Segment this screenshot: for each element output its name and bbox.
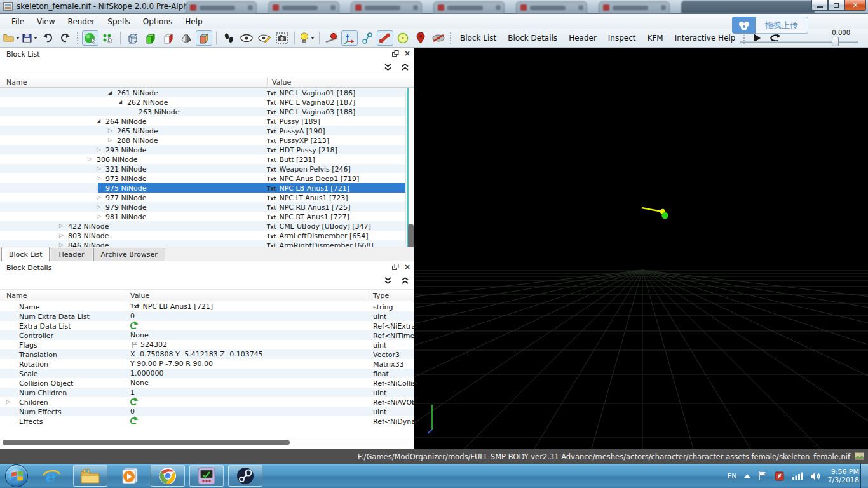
details-row[interactable]: Num Children1uint — [0, 388, 414, 397]
show-nodes-button[interactable] — [359, 30, 376, 46]
maximize-button[interactable] — [828, 0, 844, 11]
tree-row[interactable]: 263 NiNodeTxtNPC L Vagina03 [188] — [0, 107, 405, 116]
detail-value[interactable] — [130, 398, 137, 406]
show-axes-button[interactable] — [341, 30, 358, 46]
volume-icon[interactable] — [810, 471, 821, 481]
detail-value[interactable]: 0 — [130, 313, 135, 320]
details-row[interactable]: ▷ChildrenRef<NiAVOb — [0, 397, 414, 407]
details-row[interactable]: Extra Data ListRef<NiExtraD — [0, 321, 414, 330]
detail-value[interactable] — [130, 322, 137, 330]
toolbar-drag-handle[interactable] — [449, 32, 452, 44]
details-row[interactable]: Scale1.000000float — [0, 369, 414, 378]
details-row[interactable]: Num Effects0uint — [0, 407, 414, 416]
detail-value[interactable] — [130, 417, 137, 425]
tree-collapsed-arrow[interactable]: ▷ — [108, 127, 112, 134]
detail-value[interactable]: None — [130, 332, 149, 339]
tree-collapsed-arrow[interactable]: ▷ — [97, 213, 101, 220]
tree-collapsed-arrow[interactable]: ▷ — [59, 222, 64, 229]
signal-strength-icon[interactable] — [792, 471, 803, 480]
lighting-button[interactable] — [299, 30, 315, 46]
toolbar-button-block-details[interactable]: Block Details — [502, 31, 563, 45]
tree-collapsed-arrow[interactable]: ▷ — [97, 203, 101, 210]
tree-row[interactable]: ▷321 NiNodeTxtWeapon Pelvis [246] — [0, 164, 405, 173]
save-file-button[interactable] — [22, 30, 38, 46]
select-object-button[interactable] — [82, 30, 98, 46]
column-value[interactable]: Value — [130, 292, 149, 300]
close-button[interactable]: ✕ — [844, 0, 866, 11]
collapse-all-icon[interactable] — [384, 63, 392, 72]
dock-tab-block-list[interactable]: Block List — [1, 247, 50, 261]
tree-row[interactable]: ▷975 NiNodeTxtNPC LB Anus1 [721] — [0, 183, 405, 193]
details-row[interactable]: Collision ObjectNoneRef<NiCollisi — [0, 378, 414, 388]
tree-row[interactable]: ▷803 NiNodeTxtArmLeftDismember [654] — [0, 231, 405, 240]
expand-all-icon[interactable] — [401, 63, 409, 72]
taskbar-steam[interactable] — [228, 465, 262, 487]
close-panel-icon[interactable]: × — [404, 264, 410, 270]
edit-visibility-button[interactable] — [256, 30, 273, 46]
tree-collapsed-arrow[interactable]: ▷ — [6, 398, 11, 405]
textured-mode-button[interactable] — [196, 30, 212, 46]
dock-tab-archive-browser[interactable]: Archive Browser — [93, 248, 165, 261]
tree-row[interactable]: ▷306 NiNodeTxtButt [231] — [0, 154, 405, 164]
toolbar-button-interactive-help[interactable]: Interactive Help — [669, 31, 742, 45]
taskbar-windows-explorer[interactable] — [73, 465, 107, 487]
backface-cull-button[interactable] — [160, 30, 177, 46]
detail-value[interactable]: X -0.750808 Y -5.412183 Z -0.103745 — [130, 351, 263, 358]
tree-expanded-arrow[interactable]: ◢ — [118, 98, 122, 105]
toolbar-button-kfm[interactable]: KFM — [642, 31, 669, 45]
timeline-slider-track[interactable] — [740, 41, 858, 43]
show-desktop-button[interactable] — [860, 464, 868, 488]
menu-help[interactable]: Help — [179, 15, 208, 29]
toolbar-button-inspect[interactable]: Inspect — [602, 31, 642, 45]
double-sided-button[interactable] — [178, 30, 194, 46]
baidu-upload-widget[interactable]: 拖拽上传 — [732, 17, 808, 34]
tree-collapsed-arrow[interactable]: ▷ — [97, 175, 101, 182]
column-name[interactable]: Name — [6, 78, 27, 86]
tree-collapsed-arrow[interactable]: ▷ — [59, 232, 64, 239]
tree-row[interactable]: ▷288 NiNodeTxtPussyXP [213] — [0, 135, 405, 145]
details-row[interactable]: RotationY 90.00 P -7.90 R 90.00Matrix33 — [0, 359, 414, 369]
block-list-header[interactable]: Name Value — [0, 76, 414, 88]
tree-row[interactable]: ◢262 NiNodeTxtNPC L Vagina02 [187] — [0, 97, 405, 107]
column-type[interactable]: Type — [373, 292, 389, 300]
toolbar-button-block-list[interactable]: Block List — [454, 31, 502, 45]
menu-spells[interactable]: Spells — [101, 15, 137, 29]
action-center-flag-icon[interactable] — [757, 471, 768, 481]
tree-expanded-arrow[interactable]: ◢ — [108, 89, 112, 96]
menu-render[interactable]: Render — [62, 15, 102, 29]
dock-tab-header[interactable]: Header — [51, 248, 92, 261]
hidden-icons-arrow[interactable] — [744, 474, 750, 478]
tree-collapsed-arrow[interactable]: ▷ — [97, 146, 101, 153]
minimize-button[interactable] — [811, 0, 828, 11]
block-details-header[interactable]: Name Value Type — [0, 289, 414, 301]
timeline-slider-handle[interactable] — [832, 37, 839, 46]
tree-row[interactable]: ▷979 NiNodeTxtNPC RB Anus1 [725] — [0, 202, 405, 212]
havok-collision-button[interactable] — [323, 30, 340, 46]
solid-mode-button[interactable] — [142, 30, 159, 46]
undo-button[interactable] — [39, 30, 56, 46]
tree-expanded-arrow[interactable]: ◢ — [97, 118, 100, 125]
toolbar-button-header[interactable]: Header — [563, 31, 602, 45]
tree-row[interactable]: ▷981 NiNodeTxtNPC RT Anus1 [727] — [0, 212, 405, 221]
redo-button[interactable] — [57, 30, 74, 46]
column-value[interactable]: Value — [272, 78, 291, 86]
tree-row[interactable]: ◢264 NiNodeTxtPussy [189] — [0, 116, 405, 126]
network-error-icon[interactable] — [775, 471, 785, 481]
open-file-button[interactable] — [3, 30, 20, 46]
tree-row[interactable]: ▷293 NiNodeTxtHDT Pussy [218] — [0, 145, 405, 154]
taskbar-windows-media-player[interactable] — [112, 465, 146, 487]
language-indicator[interactable]: EN — [727, 472, 736, 480]
taskbar-internet-explorer[interactable]: e — [34, 465, 69, 487]
hide-hidden-button[interactable] — [430, 30, 447, 46]
show-pins-button[interactable] — [412, 30, 429, 46]
tree-row[interactable]: ▷265 NiNodeTxtPussyA [190] — [0, 126, 405, 135]
detail-value[interactable]: 0 — [130, 408, 135, 416]
scrollbar-thumb[interactable] — [3, 440, 290, 445]
tree-row[interactable]: ◢261 NiNodeTxtNPC L Vagina01 [186] — [0, 88, 405, 97]
tree-row[interactable]: ▷422 NiNodeTxtCME UBody [UBody] [347] — [0, 221, 405, 231]
tree-collapsed-arrow[interactable]: ▷ — [97, 194, 101, 201]
wireframe-mode-button[interactable] — [125, 30, 141, 46]
details-row[interactable]: Num Extra Data List0uint — [0, 311, 414, 321]
detail-value[interactable]: None — [130, 379, 149, 387]
float-panel-icon[interactable] — [392, 50, 399, 57]
